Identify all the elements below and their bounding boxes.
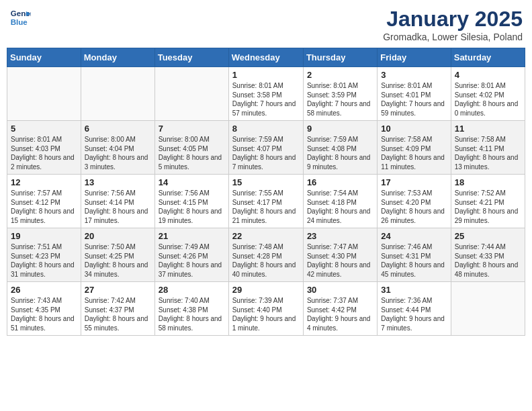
- day-number: 25: [455, 231, 521, 241]
- cell-text: Sunrise: 7:55 AM Sunset: 4:17 PM Dayligh…: [232, 189, 300, 225]
- calendar-cell: 13Sunrise: 7:56 AM Sunset: 4:14 PM Dayli…: [81, 175, 154, 228]
- cell-text: Sunrise: 7:56 AM Sunset: 4:15 PM Dayligh…: [159, 189, 225, 225]
- day-number: 2: [307, 70, 373, 80]
- day-number: 21: [159, 231, 225, 241]
- day-number: 3: [381, 70, 447, 80]
- day-number: 9: [307, 124, 373, 134]
- calendar-cell: 23Sunrise: 7:47 AM Sunset: 4:30 PM Dayli…: [303, 228, 377, 282]
- cell-text: Sunrise: 7:49 AM Sunset: 4:26 PM Dayligh…: [159, 242, 225, 279]
- cell-text: Sunrise: 7:57 AM Sunset: 4:12 PM Dayligh…: [11, 189, 77, 225]
- day-number: 8: [232, 124, 300, 134]
- cell-text: Sunrise: 7:54 AM Sunset: 4:18 PM Dayligh…: [307, 189, 373, 225]
- calendar-cell: 17Sunrise: 7:53 AM Sunset: 4:20 PM Dayli…: [378, 175, 451, 228]
- cell-text: Sunrise: 7:42 AM Sunset: 4:37 PM Dayligh…: [85, 296, 151, 332]
- calendar-week-4: 19Sunrise: 7:51 AM Sunset: 4:23 PM Dayli…: [7, 228, 525, 282]
- cell-text: Sunrise: 7:52 AM Sunset: 4:21 PM Dayligh…: [455, 189, 521, 225]
- calendar-cell: 22Sunrise: 7:48 AM Sunset: 4:28 PM Dayli…: [228, 228, 303, 282]
- cell-text: Sunrise: 7:46 AM Sunset: 4:31 PM Dayligh…: [381, 242, 447, 279]
- cell-text: Sunrise: 7:59 AM Sunset: 4:08 PM Dayligh…: [307, 135, 373, 171]
- logo: General Blue: [9, 7, 31, 28]
- day-number: 14: [159, 177, 225, 187]
- calendar-cell: 24Sunrise: 7:46 AM Sunset: 4:31 PM Dayli…: [378, 228, 451, 282]
- day-number: 23: [307, 231, 373, 241]
- day-number: 13: [85, 177, 151, 187]
- calendar-cell: 4Sunrise: 8:01 AM Sunset: 4:02 PM Daylig…: [451, 67, 525, 121]
- cell-text: Sunrise: 7:58 AM Sunset: 4:11 PM Dayligh…: [455, 135, 521, 171]
- calendar-cell: 25Sunrise: 7:44 AM Sunset: 4:33 PM Dayli…: [451, 228, 525, 282]
- calendar-week-1: 1Sunrise: 8:01 AM Sunset: 3:58 PM Daylig…: [7, 67, 525, 121]
- cell-text: Sunrise: 7:51 AM Sunset: 4:23 PM Dayligh…: [11, 242, 77, 279]
- day-number: 29: [232, 285, 300, 295]
- cell-text: Sunrise: 8:00 AM Sunset: 4:04 PM Dayligh…: [85, 135, 151, 171]
- cell-text: Sunrise: 7:48 AM Sunset: 4:28 PM Dayligh…: [232, 242, 300, 279]
- cell-text: Sunrise: 8:01 AM Sunset: 3:59 PM Dayligh…: [307, 81, 373, 118]
- day-number: 15: [232, 177, 300, 187]
- day-number: 1: [232, 70, 300, 80]
- location-subtitle: Gromadka, Lower Silesia, Poland: [383, 32, 523, 42]
- calendar-cell: 11Sunrise: 7:58 AM Sunset: 4:11 PM Dayli…: [451, 121, 525, 175]
- title-area: January 2025 Gromadka, Lower Silesia, Po…: [383, 7, 523, 42]
- cell-text: Sunrise: 7:59 AM Sunset: 4:07 PM Dayligh…: [232, 135, 300, 171]
- cell-text: Sunrise: 7:36 AM Sunset: 4:44 PM Dayligh…: [381, 296, 447, 332]
- day-number: 10: [381, 124, 447, 134]
- calendar-cell: 20Sunrise: 7:50 AM Sunset: 4:25 PM Dayli…: [81, 228, 154, 282]
- cell-text: Sunrise: 7:56 AM Sunset: 4:14 PM Dayligh…: [85, 189, 151, 225]
- weekday-header-sunday: Sunday: [7, 48, 81, 67]
- calendar-cell: 3Sunrise: 8:01 AM Sunset: 4:01 PM Daylig…: [378, 67, 451, 121]
- day-number: 18: [455, 177, 521, 187]
- calendar-cell: 5Sunrise: 8:01 AM Sunset: 4:03 PM Daylig…: [7, 121, 81, 175]
- cell-text: Sunrise: 8:01 AM Sunset: 4:03 PM Dayligh…: [11, 135, 77, 171]
- calendar-cell: 19Sunrise: 7:51 AM Sunset: 4:23 PM Dayli…: [7, 228, 81, 282]
- weekday-header-monday: Monday: [81, 48, 154, 67]
- weekday-header-wednesday: Wednesday: [228, 48, 303, 67]
- day-number: 26: [11, 285, 77, 295]
- calendar-week-2: 5Sunrise: 8:01 AM Sunset: 4:03 PM Daylig…: [7, 121, 525, 175]
- calendar-cell: 18Sunrise: 7:52 AM Sunset: 4:21 PM Dayli…: [451, 175, 525, 228]
- calendar-cell: 31Sunrise: 7:36 AM Sunset: 4:44 PM Dayli…: [378, 282, 451, 336]
- calendar-cell: 14Sunrise: 7:56 AM Sunset: 4:15 PM Dayli…: [154, 175, 228, 228]
- cell-text: Sunrise: 7:58 AM Sunset: 4:09 PM Dayligh…: [381, 135, 447, 171]
- weekday-header-tuesday: Tuesday: [154, 48, 228, 67]
- day-number: 6: [85, 124, 151, 134]
- svg-text:Blue: Blue: [11, 18, 28, 26]
- day-number: 24: [381, 231, 447, 241]
- day-number: 20: [85, 231, 151, 241]
- weekday-header-row: SundayMondayTuesdayWednesdayThursdayFrid…: [7, 48, 525, 67]
- calendar-cell: [451, 282, 525, 336]
- calendar-week-5: 26Sunrise: 7:43 AM Sunset: 4:35 PM Dayli…: [7, 282, 525, 336]
- calendar-cell: 21Sunrise: 7:49 AM Sunset: 4:26 PM Dayli…: [154, 228, 228, 282]
- day-number: 30: [307, 285, 373, 295]
- cell-text: Sunrise: 7:40 AM Sunset: 4:38 PM Dayligh…: [159, 296, 225, 332]
- cell-text: Sunrise: 7:50 AM Sunset: 4:25 PM Dayligh…: [85, 242, 151, 279]
- calendar-cell: 29Sunrise: 7:39 AM Sunset: 4:40 PM Dayli…: [228, 282, 303, 336]
- calendar-cell: [7, 67, 81, 121]
- cell-text: Sunrise: 8:01 AM Sunset: 4:01 PM Dayligh…: [381, 81, 447, 118]
- calendar-cell: 16Sunrise: 7:54 AM Sunset: 4:18 PM Dayli…: [303, 175, 377, 228]
- weekday-header-friday: Friday: [378, 48, 451, 67]
- day-number: 16: [307, 177, 373, 187]
- day-number: 27: [85, 285, 151, 295]
- weekday-header-thursday: Thursday: [303, 48, 377, 67]
- day-number: 4: [455, 70, 521, 80]
- cell-text: Sunrise: 8:01 AM Sunset: 4:02 PM Dayligh…: [455, 81, 521, 118]
- cell-text: Sunrise: 7:53 AM Sunset: 4:20 PM Dayligh…: [381, 189, 447, 225]
- calendar-cell: 10Sunrise: 7:58 AM Sunset: 4:09 PM Dayli…: [378, 121, 451, 175]
- calendar-cell: 26Sunrise: 7:43 AM Sunset: 4:35 PM Dayli…: [7, 282, 81, 336]
- cell-text: Sunrise: 8:01 AM Sunset: 3:58 PM Dayligh…: [232, 81, 300, 118]
- calendar-cell: 27Sunrise: 7:42 AM Sunset: 4:37 PM Dayli…: [81, 282, 154, 336]
- calendar-cell: 7Sunrise: 8:00 AM Sunset: 4:05 PM Daylig…: [154, 121, 228, 175]
- day-number: 17: [381, 177, 447, 187]
- day-number: 5: [11, 124, 77, 134]
- day-number: 7: [159, 124, 225, 134]
- day-number: 19: [11, 231, 77, 241]
- calendar-cell: 6Sunrise: 8:00 AM Sunset: 4:04 PM Daylig…: [81, 121, 154, 175]
- day-number: 28: [159, 285, 225, 295]
- cell-text: Sunrise: 8:00 AM Sunset: 4:05 PM Dayligh…: [159, 135, 225, 171]
- calendar-cell: 15Sunrise: 7:55 AM Sunset: 4:17 PM Dayli…: [228, 175, 303, 228]
- cell-text: Sunrise: 7:44 AM Sunset: 4:33 PM Dayligh…: [455, 242, 521, 279]
- cell-text: Sunrise: 7:39 AM Sunset: 4:40 PM Dayligh…: [232, 296, 300, 332]
- header: General Blue January 2025 Gromadka, Lowe…: [7, 7, 525, 42]
- calendar-cell: 12Sunrise: 7:57 AM Sunset: 4:12 PM Dayli…: [7, 175, 81, 228]
- cell-text: Sunrise: 7:43 AM Sunset: 4:35 PM Dayligh…: [11, 296, 77, 332]
- logo-icon: General Blue: [9, 7, 31, 28]
